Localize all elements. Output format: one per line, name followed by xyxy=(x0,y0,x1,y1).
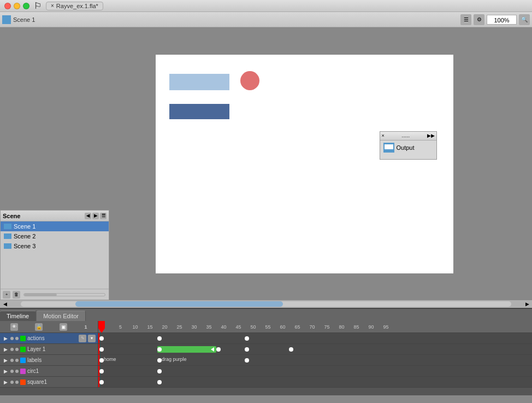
layer-label-labels[interactable]: ▶ labels xyxy=(0,355,98,365)
layer-label-square1[interactable]: ▶ square1 xyxy=(0,377,98,387)
kf-layer1-40 xyxy=(216,347,221,352)
edit-layer-icon-actions[interactable]: ✎ xyxy=(79,335,86,342)
properties-icon[interactable]: ☰ xyxy=(460,14,471,25)
layer-color-circ1 xyxy=(20,369,26,374)
layer-label-actions[interactable]: ▶ actions ✎ ▾ xyxy=(0,333,98,343)
delete-scene-button[interactable]: 🗑 xyxy=(13,291,20,299)
layer-menu-icon-actions[interactable]: ▾ xyxy=(88,335,96,342)
layer-color-labels xyxy=(20,358,26,363)
lock-dot-square1 xyxy=(15,381,19,384)
visibility-dot-square1 xyxy=(10,381,14,384)
layer-row-layer1: ▶ Layer 1 xyxy=(0,344,532,355)
output-expand-icon[interactable]: ▶▶ xyxy=(427,133,435,138)
scene-item-1[interactable]: Scene 1 xyxy=(1,221,109,231)
frame-num-30: 30 xyxy=(187,324,202,330)
tab-timeline[interactable]: Timeline xyxy=(0,311,36,321)
layer-frames-square1[interactable] xyxy=(98,377,532,387)
frame-number-current: 1 xyxy=(84,324,87,330)
output-dots: ...... xyxy=(401,133,410,138)
visibility-dot-layer1 xyxy=(10,348,14,351)
playhead-top xyxy=(98,321,105,332)
scene-3-icon xyxy=(4,243,11,249)
lock-dot-layer1 xyxy=(15,348,19,351)
svg-rect-1 xyxy=(387,150,391,151)
lock-dot-labels xyxy=(15,359,19,362)
toolbar: Scene 1 ☰ ⚙ 100% 🔍 xyxy=(0,12,532,27)
scene-panel-menu[interactable]: ☰ xyxy=(100,213,107,219)
output-panel-header: × ...... ▶▶ xyxy=(380,132,436,141)
zoom-icon[interactable]: 🔍 xyxy=(519,14,530,25)
scroll-track[interactable] xyxy=(21,301,511,307)
stage-canvas[interactable]: × ...... ▶▶ Output xyxy=(156,55,453,273)
output-label: Output xyxy=(397,144,415,151)
output-panel-body: Output xyxy=(380,141,436,155)
layer-name-actions[interactable]: actions xyxy=(27,335,77,341)
kf-actions-50 xyxy=(245,336,249,341)
layer-type-icon-actions: ▶ xyxy=(2,335,9,342)
horizontal-scrollbar[interactable]: ◀ ▶ xyxy=(0,300,532,308)
kf-square1-1 xyxy=(99,380,104,384)
toolbar-icons: ☰ ⚙ 100% 🔍 xyxy=(460,14,530,25)
settings-icon[interactable]: ⚙ xyxy=(474,14,484,25)
scene-panel-footer: + 🗑 xyxy=(1,289,109,300)
maximize-button[interactable] xyxy=(23,3,29,9)
layer-frames-layer1[interactable] xyxy=(98,344,532,354)
shape-rect-light[interactable] xyxy=(169,74,229,90)
file-name: Rayve_ex.1.fla* xyxy=(56,3,98,9)
scroll-left-arrow[interactable]: ◀ xyxy=(0,300,10,308)
layer-color-actions xyxy=(20,336,26,341)
layer-label-circ1[interactable]: ▶ circ1 xyxy=(0,366,98,376)
kf-layer1-20 xyxy=(157,347,162,352)
kf-labels-20 xyxy=(157,358,162,363)
scroll-right-arrow[interactable]: ▶ xyxy=(522,300,532,308)
lock-icon[interactable]: 🔒 xyxy=(35,323,43,331)
output-panel[interactable]: × ...... ▶▶ Output xyxy=(380,131,437,160)
layer-name-circ1[interactable]: circ1 xyxy=(27,368,96,374)
window-controls xyxy=(4,3,29,9)
file-tab[interactable]: × Rayve_ex.1.fla* xyxy=(46,2,103,10)
frame-num-5: 5 xyxy=(113,324,128,330)
close-tab-icon[interactable]: × xyxy=(51,3,54,9)
layer-row-square1: ▶ square1 xyxy=(0,377,532,388)
close-button[interactable] xyxy=(4,3,11,9)
title-bar: ⚐ × Rayve_ex.1.fla* xyxy=(0,0,532,12)
layer-label-layer1[interactable]: ▶ Layer 1 xyxy=(0,344,98,354)
add-scene-button[interactable]: + xyxy=(3,291,10,299)
shape-circle[interactable] xyxy=(240,71,259,90)
outline-icon[interactable]: ▣ xyxy=(60,323,67,331)
timeline-header: 👁 🔒 ▣ 1 5 10 15 20 25 30 35 40 45 50 55 xyxy=(0,321,532,333)
playhead-square1 xyxy=(98,377,99,387)
layer-color-layer1 xyxy=(20,347,26,352)
layer-name-square1[interactable]: square1 xyxy=(27,379,96,385)
scene-panel-title: Scene xyxy=(3,213,20,219)
frame-num-65: 65 xyxy=(290,324,305,330)
frame-num-45: 45 xyxy=(231,324,246,330)
scene-panel-left-arrow[interactable]: ◀ xyxy=(85,213,91,219)
minimize-button[interactable] xyxy=(14,3,20,9)
layer-frames-circ1[interactable] xyxy=(98,366,532,376)
scene-item-3[interactable]: Scene 3 xyxy=(1,241,109,251)
kf-circ1-20 xyxy=(157,369,162,373)
tab-motion-editor[interactable]: Motion Editor xyxy=(37,311,86,321)
layer-row-circ1: ▶ circ1 xyxy=(0,366,532,377)
layer-frames-actions[interactable] xyxy=(98,333,532,343)
scene-indicator: Scene 1 xyxy=(2,15,35,24)
scene-scroll[interactable] xyxy=(23,293,105,296)
scroll-thumb[interactable] xyxy=(75,301,283,307)
shape-rect-dark[interactable] xyxy=(169,104,229,119)
frame-num-50: 50 xyxy=(246,324,261,330)
playhead-layer1 xyxy=(98,344,99,354)
layer-name-layer1[interactable]: Layer 1 xyxy=(27,346,96,352)
frame-num-85: 85 xyxy=(349,324,364,330)
scene-panel: Scene ◀ ▶ ☰ Scene 1 Scene 2 Scene 3 + 🗑 xyxy=(0,210,109,300)
layer-name-labels[interactable]: labels xyxy=(27,357,96,363)
output-close-icon[interactable]: × xyxy=(382,133,385,138)
kf-square1-20 xyxy=(157,380,162,384)
svg-marker-4 xyxy=(211,347,214,352)
frame-num-10: 10 xyxy=(128,324,143,330)
zoom-control[interactable]: 100% xyxy=(487,15,517,25)
scene-item-2[interactable]: Scene 2 xyxy=(1,231,109,241)
layer-frames-labels[interactable]: home drag purple xyxy=(98,355,532,365)
eye-icon[interactable]: 👁 xyxy=(10,323,18,331)
scene-panel-right-arrow[interactable]: ▶ xyxy=(92,213,99,219)
